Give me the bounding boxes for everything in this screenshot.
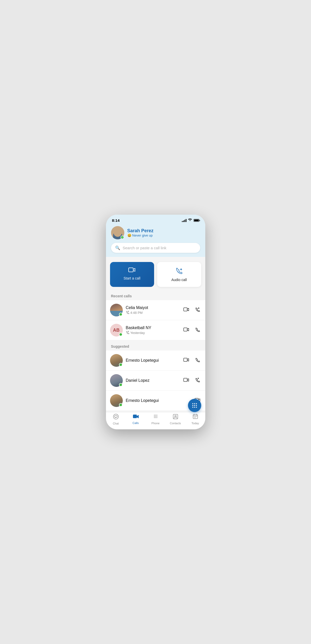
ernesto2-info: Ernesto Lopetegui [126,398,191,403]
daniel-phone-call-button[interactable] [194,376,201,385]
contacts-nav-icon [173,414,178,421]
recent-calls-header: Recent calls [106,290,205,300]
audio-call-button[interactable]: Audio call [157,262,201,287]
svg-point-16 [154,417,155,418]
svg-rect-3 [184,308,187,311]
list-item: AB Basketball NY Yes [106,320,205,340]
nav-item-chat[interactable]: Chat [106,414,126,424]
nav-item-contacts[interactable]: Contacts [166,414,185,424]
svg-point-20 [175,415,176,417]
ernesto1-status-dot [119,363,123,367]
svg-point-10 [154,415,155,416]
svg-rect-21 [193,415,198,419]
phone-nav-label: Phone [152,422,160,425]
ernesto2-status-dot [119,403,123,407]
main-content: Start a call Audio call Recent calls [106,257,205,412]
svg-point-14 [155,416,156,417]
nav-item-calls[interactable]: Calls [126,414,146,424]
calls-nav-label: Calls [132,421,139,425]
phone-plus-icon [175,267,183,276]
ernesto2-avatar-wrapper [110,394,123,407]
chat-nav-icon [113,414,119,421]
celia-avatar-wrapper [110,304,123,316]
today-nav-icon [193,414,198,421]
list-item: Daniel Lopez [106,371,205,391]
celia-time: 4:48 PM [126,311,179,315]
ernesto1-video-call-button[interactable] [182,357,190,364]
svg-point-13 [154,416,155,417]
start-call-button[interactable]: Start a call [110,262,154,287]
start-call-label: Start a call [124,276,140,280]
search-bar[interactable]: 🔍 Search or paste a call link [111,243,200,253]
nav-item-today[interactable]: Today [185,414,205,424]
ernesto1-phone-call-button[interactable] [194,356,201,365]
list-item: Celia Maiyot 4:48 PM [106,300,205,320]
recent-calls-list: Celia Maiyot 4:48 PM [106,300,205,340]
user-status: 😀 Never give up [127,233,154,237]
suggested-header: Suggested [106,340,205,350]
basketball-phone-call-button[interactable] [194,326,201,334]
basketball-time: Yesterday [126,331,179,335]
battery-icon [194,219,199,222]
svg-point-11 [155,415,156,416]
celia-call-time-text: 4:48 PM [130,311,143,315]
status-time: 8:14 [112,218,120,223]
ernesto1-actions [182,356,201,365]
basketball-name: Basketball NY [126,326,179,330]
phone-nav-icon [153,414,158,421]
svg-point-15 [156,416,157,417]
incoming-call-icon2 [126,331,129,335]
list-item: Ernesto Lopetegui [106,350,205,371]
ernesto1-name: Ernesto Lopetegui [126,358,179,363]
avatar-wrapper [111,226,124,239]
header: Sarah Perez 😀 Never give up 🔍 Search or … [106,224,205,257]
celia-phone-call-button[interactable] [194,306,201,314]
ernesto1-avatar-wrapper [110,354,123,367]
celia-status-dot [119,313,123,316]
svg-rect-0 [129,268,133,272]
incoming-call-icon [126,311,129,315]
basketball-status-dot [119,333,123,336]
phone-frame: 8:14 [106,215,205,429]
celia-info: Celia Maiyot 4:48 PM [126,305,179,315]
basketball-actions [182,326,201,334]
wifi-icon [188,218,192,222]
svg-rect-5 [184,358,187,361]
user-details: Sarah Perez 😀 Never give up [127,228,154,237]
dial-fab-button[interactable] [188,399,201,412]
daniel-status-dot [119,383,123,387]
celia-actions [182,306,201,314]
celia-video-call-button[interactable] [182,306,190,314]
daniel-actions [182,376,201,385]
basketball-time-text: Yesterday [130,331,145,335]
user-info: Sarah Perez 😀 Never give up [111,226,200,239]
svg-rect-6 [184,378,187,382]
daniel-video-call-button[interactable] [182,377,190,385]
svg-point-12 [156,415,157,416]
daniel-info: Daniel Lopez [126,378,179,383]
status-bar: 8:14 [106,215,205,224]
action-buttons: Start a call Audio call [106,257,205,290]
celia-name: Celia Maiyot [126,305,179,310]
nav-item-phone[interactable]: Phone [146,414,166,424]
video-camera-icon [128,267,136,274]
search-icon: 🔍 [115,245,120,250]
daniel-avatar-wrapper [110,374,123,387]
svg-rect-9 [133,415,137,418]
basketball-video-call-button[interactable] [182,326,190,334]
user-name: Sarah Perez [127,228,154,233]
search-placeholder: Search or paste a call link [123,246,167,250]
basketball-info: Basketball NY Yesterday [126,326,179,335]
svg-point-8 [113,414,118,419]
svg-point-17 [155,417,156,418]
dialpad-icon [192,403,197,408]
chat-nav-label: Chat [113,422,119,425]
ernesto2-name: Ernesto Lopetegui [126,398,191,403]
daniel-name: Daniel Lopez [126,378,179,383]
audio-call-label: Audio call [171,278,187,282]
status-icons [182,218,199,222]
contacts-nav-label: Contacts [170,422,181,425]
bottom-nav: Chat Calls [106,412,205,429]
basketball-avatar-wrapper: AB [110,324,123,336]
svg-rect-4 [184,328,187,331]
